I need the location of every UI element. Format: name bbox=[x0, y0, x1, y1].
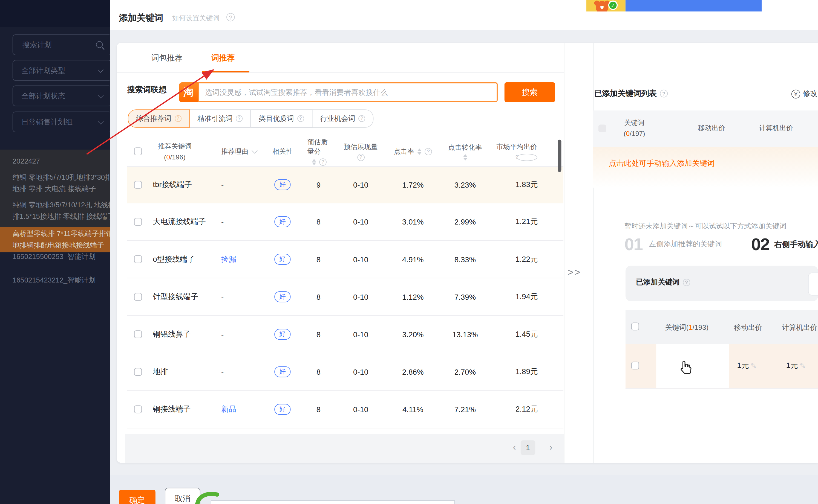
word-type-chip[interactable]: 综合推荐词? bbox=[128, 109, 190, 128]
modify-bid-button[interactable]: ¥ 修改 bbox=[791, 89, 817, 98]
help-icon[interactable]: ? bbox=[516, 153, 537, 161]
select-all-checkbox[interactable] bbox=[631, 323, 639, 331]
help-icon[interactable]: ? bbox=[660, 90, 668, 98]
keyword-table-row[interactable]: tbr接线端子 - 好 9 0-10 1.72% 3.23% 1.83元 bbox=[127, 167, 563, 203]
plan-group-select[interactable]: 日常销售计划组 bbox=[13, 112, 110, 132]
row-checkbox[interactable] bbox=[631, 362, 639, 369]
word-type-chip-group: 综合推荐词?精准引流词?类目优质词?行业机会词? bbox=[128, 109, 374, 128]
col-cvr: 点击转化率 bbox=[440, 142, 490, 160]
help-icon[interactable]: ? bbox=[297, 115, 304, 122]
help-link[interactable]: 如何设置关键词 bbox=[172, 14, 220, 23]
chevron-down-icon bbox=[98, 118, 104, 124]
help-icon[interactable]: ? bbox=[227, 13, 235, 21]
sidebar-plan-item[interactable]: 1650215500253_智能计划 bbox=[0, 251, 110, 263]
expand-panel-button[interactable]: >> bbox=[567, 267, 581, 278]
col-keyword-count: 关键词(1/193) bbox=[657, 323, 717, 332]
sidebar-plan-item[interactable]: 纯铜 零地排5/7/10孔地排3*30排地排 零排 大电流 接线端子 bbox=[0, 172, 110, 195]
price-cell: 2.12元 bbox=[515, 404, 538, 414]
word-type-chip[interactable]: 行业机会词? bbox=[312, 109, 374, 128]
keyword-table-row[interactable]: 地排 - 好 8 0-10 2.86% 2.70% 1.89元 bbox=[127, 353, 563, 391]
keyword-card: 词包推荐 词推荐 搜索词联想 淘 搜索 综合推荐词?精准引流词?类目优质词?行业… bbox=[117, 43, 818, 463]
help-icon[interactable]: ? bbox=[236, 115, 243, 122]
cancel-button[interactable]: 取消 bbox=[165, 488, 200, 504]
row-checkbox[interactable] bbox=[134, 218, 142, 226]
help-icon[interactable]: ? bbox=[683, 279, 690, 286]
plans-sidebar: 全部计划类型 全部计划状态 日常销售计划组 2022427纯铜 零地排5/7/1… bbox=[0, 0, 110, 504]
chevron-down-icon bbox=[252, 147, 258, 153]
added-table-header: 关键词 (0/197) 移动出价 计算机出价 bbox=[593, 110, 818, 147]
reason-cell: - bbox=[221, 218, 224, 226]
keyword-table-row[interactable]: 铜接线端子 新品 好 8 0-10 4.11% 7.21% 2.12元 bbox=[127, 391, 563, 428]
select-all-checkbox-disabled[interactable] bbox=[598, 124, 606, 132]
tab-word-recommend[interactable]: 词推荐 bbox=[212, 53, 235, 63]
help-icon[interactable]: ? bbox=[358, 115, 365, 122]
row-checkbox[interactable] bbox=[134, 293, 142, 301]
confirm-button[interactable]: 确定 bbox=[119, 490, 155, 504]
sidebar-plan-group-b: 1650215500253_智能计划1650215423212_智能计划 bbox=[0, 246, 110, 340]
modal-body: 词包推荐 词推荐 搜索词联想 淘 搜索 综合推荐词?精准引流词?类目优质词?行业… bbox=[110, 30, 818, 475]
word-type-chip[interactable]: 精准引流词? bbox=[189, 109, 251, 128]
price-cell: 1.45元 bbox=[515, 329, 538, 339]
page-next-button[interactable]: › bbox=[544, 440, 558, 455]
sidebar-plan-item[interactable]: 2022427 bbox=[0, 156, 110, 167]
plan-search-field[interactable] bbox=[13, 34, 110, 55]
col-relevance: 相关性 bbox=[258, 147, 307, 156]
plan-status-select[interactable]: 全部计划状态 bbox=[13, 86, 110, 106]
edit-pencil-icon[interactable]: ✎ bbox=[750, 362, 756, 370]
quality-cell: 8 bbox=[317, 293, 321, 301]
added-list-title: 已添加关键词列表 ? bbox=[594, 89, 668, 98]
ctr-cell: 1.72% bbox=[402, 180, 423, 189]
added-card-input[interactable] bbox=[808, 273, 818, 296]
mascot-tile[interactable]: ♥ ✓ bbox=[586, 0, 626, 11]
sort-icon[interactable] bbox=[312, 159, 316, 165]
keyword-table-body: tbr接线端子 - 好 9 0-10 1.72% 3.23% 1.83元 大电流… bbox=[127, 167, 563, 429]
row-checkbox[interactable] bbox=[134, 368, 142, 376]
page-title: 添加关键词 bbox=[119, 12, 163, 24]
keyword-cell-hovered[interactable] bbox=[656, 344, 729, 388]
col-mobile-bid: 移动出价 bbox=[698, 124, 725, 133]
edit-pencil-icon[interactable]: ✎ bbox=[799, 362, 805, 370]
sort-icon[interactable] bbox=[463, 154, 467, 160]
empty-hint: 暂时还未添加关键词～可以试试以下方式添加关键词 bbox=[625, 222, 787, 231]
col-mobile-bid: 移动出价 bbox=[734, 323, 762, 332]
impressions-cell: 0-10 bbox=[353, 293, 368, 301]
keyword-table-row[interactable]: 铜铝线鼻子 - 好 8 0-10 3.20% 13.13% 1.45元 bbox=[127, 316, 563, 353]
reason-cell: - bbox=[221, 330, 224, 338]
computer-bid-value: 1元 ✎ bbox=[786, 361, 806, 371]
keyword-table-row[interactable]: 针型接线端子 - 好 8 0-10 1.12% 7.39% 1.94元 bbox=[127, 278, 563, 316]
keyword-cell: o型接线端子 bbox=[153, 254, 195, 264]
help-icon[interactable]: ? bbox=[357, 153, 364, 161]
keyword-table-row[interactable]: o型接线端子 捡漏 好 8 0-10 4.91% 8.33% 1.22元 bbox=[127, 241, 563, 278]
recommend-keyword-table: 推荐关键词 (0/196) 推荐理由 相关性 预估质量分 ? bbox=[127, 136, 563, 428]
cvr-cell: 13.13% bbox=[452, 330, 478, 338]
col-reason-select[interactable]: 推荐理由 bbox=[216, 147, 258, 156]
page-number[interactable]: 1 bbox=[521, 440, 535, 455]
plan-type-select[interactable]: 全部计划类型 bbox=[13, 60, 110, 81]
plan-search-input[interactable] bbox=[21, 40, 91, 49]
row-checkbox[interactable] bbox=[134, 255, 142, 263]
help-icon[interactable]: ? bbox=[425, 148, 432, 155]
widget-blue-bar[interactable] bbox=[626, 0, 762, 11]
sort-icon[interactable] bbox=[417, 148, 421, 155]
mobile-bid-value: 1元 ✎ bbox=[737, 361, 757, 371]
tab-word-package[interactable]: 词包推荐 bbox=[151, 53, 182, 63]
row-checkbox[interactable] bbox=[134, 406, 142, 413]
word-type-chip[interactable]: 类目优质词? bbox=[251, 109, 312, 128]
row-checkbox[interactable] bbox=[134, 330, 142, 338]
plan-status-select-label: 全部计划状态 bbox=[21, 92, 65, 100]
keyword-search-input[interactable] bbox=[197, 82, 498, 102]
keyword-cell: tbr接线端子 bbox=[153, 180, 192, 190]
sidebar-plan-item[interactable]: 1650215423212_智能计划 bbox=[0, 275, 110, 286]
row-checkbox[interactable] bbox=[134, 181, 142, 189]
help-icon[interactable]: ? bbox=[319, 158, 327, 165]
select-all-checkbox[interactable] bbox=[134, 147, 142, 155]
keyword-table-row[interactable]: 大电流接线端子 - 好 8 0-10 3.01% 2.99% 1.21元 bbox=[127, 203, 563, 241]
table-scrollbar[interactable] bbox=[558, 140, 561, 172]
sidebar-plan-item[interactable]: 纯铜 零地排3/5/7/10/12孔 地线排排1.5*15接地排 零线排 接线端… bbox=[0, 200, 110, 223]
search-button[interactable]: 搜索 bbox=[504, 82, 555, 102]
help-icon[interactable]: ? bbox=[174, 115, 181, 122]
relevance-badge: 好 bbox=[274, 366, 291, 377]
page-prev-button[interactable]: ‹ bbox=[507, 440, 521, 455]
manual-add-link[interactable]: 点击此处可手动输入添加关键词 bbox=[609, 158, 715, 168]
inner-table-header: 关键词(1/193) 移动出价 计算机出价 bbox=[626, 310, 818, 344]
